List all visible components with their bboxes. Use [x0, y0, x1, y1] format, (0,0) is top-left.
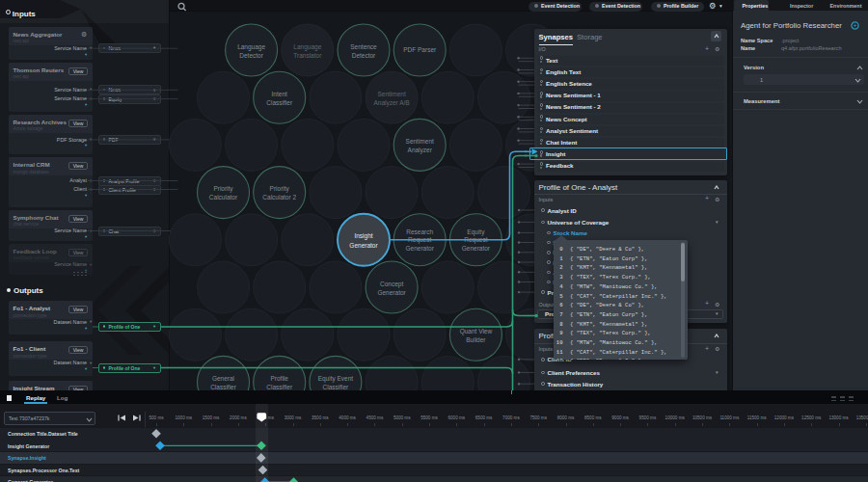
svg-text:Priority: Priority — [270, 185, 290, 193]
svg-text:Generator: Generator — [462, 245, 491, 252]
svg-text:Detector: Detector — [352, 52, 376, 59]
svg-text:Research: Research — [406, 228, 433, 235]
svg-text:Profile: Profile — [270, 375, 288, 382]
svg-text:Generator: Generator — [349, 242, 378, 249]
svg-text:General: General — [212, 375, 235, 382]
svg-text:Insight: Insight — [354, 232, 372, 240]
svg-text:Classifier: Classifier — [266, 99, 293, 106]
svg-text:PDF Parser: PDF Parser — [403, 46, 437, 53]
svg-text:Detector: Detector — [239, 52, 263, 59]
svg-text:Quant View: Quant View — [460, 328, 493, 335]
svg-text:Language: Language — [237, 43, 265, 51]
svg-text:Equity: Equity — [467, 228, 485, 236]
svg-text:Priority: Priority — [213, 185, 233, 193]
svg-text:Generator: Generator — [406, 245, 435, 252]
svg-text:Equity Event: Equity Event — [318, 375, 354, 383]
svg-text:Sentiment: Sentiment — [377, 91, 405, 97]
svg-text:Sentence: Sentence — [350, 43, 377, 50]
svg-text:Generator: Generator — [377, 289, 406, 296]
svg-text:Translator: Translator — [293, 52, 322, 59]
svg-text:Concept: Concept — [380, 281, 403, 288]
svg-text:Language: Language — [293, 43, 321, 51]
svg-text:Calculator 2: Calculator 2 — [262, 194, 296, 201]
svg-text:Builder: Builder — [466, 336, 486, 343]
svg-text:Sentiment: Sentiment — [406, 138, 434, 145]
svg-text:Calculator: Calculator — [209, 194, 238, 201]
svg-text:Intent: Intent — [272, 91, 287, 97]
svg-text:Analyzer: Analyzer — [408, 147, 433, 154]
svg-text:Analyzer A/B: Analyzer A/B — [373, 99, 409, 107]
